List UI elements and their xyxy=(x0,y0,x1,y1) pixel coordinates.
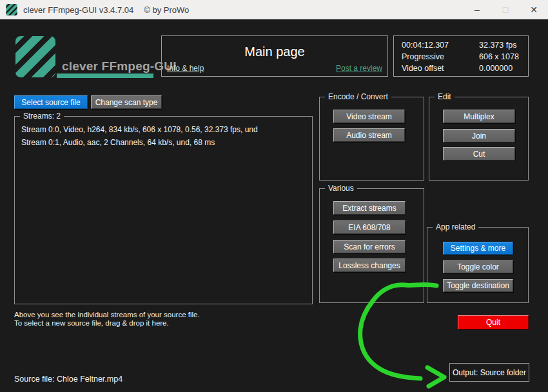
stream-info-line: Stream 0:1, Audio, aac, 2 Channels, 64 k… xyxy=(21,137,312,148)
media-info-panel: 00:04:12.307 32.373 fps Progressive 606 … xyxy=(393,35,529,77)
video-offset-value: 0.000000 xyxy=(479,64,513,73)
change-scan-type-button[interactable]: Change scan type xyxy=(91,95,162,109)
duration-value: 00:04:12.307 xyxy=(402,41,449,50)
source-file-label: Source file: xyxy=(14,375,55,384)
encode-convert-legend: Encode / Convert xyxy=(325,92,391,101)
eia-608-708-button[interactable]: EIA 608/708 xyxy=(333,220,406,234)
streams-dropzone[interactable]: Streams: 2 Stream 0:0, Video, h264, 834 … xyxy=(14,116,313,304)
output-destination-button[interactable]: Output: Source folder xyxy=(449,363,529,382)
quit-button[interactable]: Quit xyxy=(458,315,529,329)
multiplex-button[interactable]: Multiplex xyxy=(443,110,515,123)
audio-stream-button[interactable]: Audio stream xyxy=(333,128,405,142)
scan-type-value: Progressive xyxy=(402,52,444,61)
media-info-row: 00:04:12.307 32.373 fps xyxy=(402,41,528,52)
extract-streams-button[interactable]: Extract streams xyxy=(333,201,406,215)
post-review-link[interactable]: Post a review xyxy=(336,64,382,73)
lossless-changes-button[interactable]: Lossless changes xyxy=(333,259,406,272)
maximize-icon: □ xyxy=(491,0,520,19)
brand-underline-bar xyxy=(57,74,153,78)
toggle-color-button[interactable]: Toggle color xyxy=(443,260,513,273)
app-window: clever FFmpeg-GUI v3.4.7.04 © by ProWo –… xyxy=(0,0,548,392)
edit-legend: Edit xyxy=(435,92,455,101)
hint-line-1: Above you see the individual streams of … xyxy=(14,311,200,318)
various-legend: Various xyxy=(325,184,357,193)
video-offset-label: Video offset xyxy=(402,64,444,73)
stream-info-line: Stream 0:0, Video, h264, 834 kb/s, 606 x… xyxy=(21,124,312,135)
fps-value: 32.373 fps xyxy=(479,41,516,50)
window-copyright: © by ProWo xyxy=(144,5,189,15)
brand-logo-text: clever FFmpeg-GUI xyxy=(62,59,177,74)
main-page-panel: Main page Info & help Post a review xyxy=(161,35,388,77)
cut-button[interactable]: Cut xyxy=(443,147,515,161)
info-help-link[interactable]: Info & help xyxy=(167,64,204,73)
media-info-row: Progressive 606 x 1078 xyxy=(402,52,528,64)
window-title: clever FFmpeg-GUI v3.4.7.04 xyxy=(23,5,133,15)
minimize-icon[interactable]: – xyxy=(463,0,491,19)
page-title: Main page xyxy=(162,44,387,59)
close-icon[interactable]: ✕ xyxy=(520,0,548,19)
scan-for-errors-button[interactable]: Scan for errors xyxy=(333,240,406,253)
streams-legend: Streams: 2 xyxy=(20,112,64,121)
source-file-value: Chloe Feltner.mp4 xyxy=(57,375,122,384)
media-info-row: Video offset 0.000000 xyxy=(402,64,528,75)
select-source-file-button[interactable]: Select source file xyxy=(14,95,88,109)
resolution-value: 606 x 1078 xyxy=(479,52,519,61)
video-stream-button[interactable]: Video stream xyxy=(333,110,405,123)
app-logo-icon xyxy=(6,4,17,15)
toggle-destination-button[interactable]: Toggle destination xyxy=(443,279,513,292)
titlebar: clever FFmpeg-GUI v3.4.7.04 © by ProWo –… xyxy=(0,0,548,19)
settings-more-button[interactable]: Settings & more xyxy=(443,242,513,255)
brand-logo-icon xyxy=(15,36,55,77)
join-button[interactable]: Join xyxy=(443,129,515,142)
client-area: clever FFmpeg-GUI Main page Info & help … xyxy=(0,19,548,392)
hint-line-2: To select a new source file, drag & drop… xyxy=(14,319,169,327)
app-related-legend: App related xyxy=(433,222,478,231)
